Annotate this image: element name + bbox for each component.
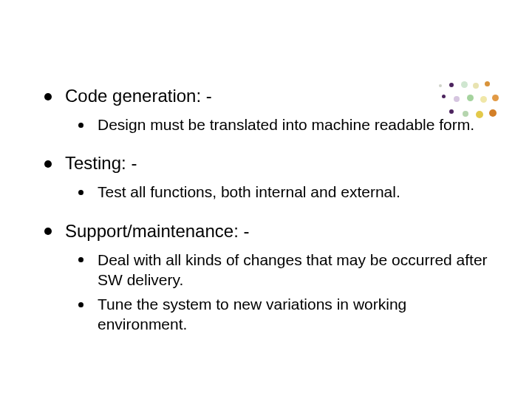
sub-list: Deal with all kinds of changes that may …	[65, 250, 495, 335]
sub-item-text: Design must be translated into machine r…	[98, 116, 474, 133]
item-heading: Testing: -	[65, 153, 137, 173]
sub-item: Design must be translated into machine r…	[78, 115, 495, 134]
sub-item: Deal with all kinds of changes that may …	[78, 250, 495, 290]
sub-item: Test all functions, both internal and ex…	[78, 182, 495, 202]
sub-list: Test all functions, both internal and ex…	[65, 182, 495, 202]
list-item: Testing: - Test all functions, both inte…	[44, 152, 495, 202]
item-heading: Support/maintenance: -	[65, 221, 249, 241]
sub-item-text: Tune the system to new variations in wor…	[98, 296, 406, 332]
sub-item-text: Deal with all kinds of changes that may …	[98, 251, 488, 288]
list-item: Support/maintenance: - Deal with all kin…	[44, 220, 495, 335]
sub-item: Tune the system to new variations in wor…	[78, 294, 495, 335]
sub-item-text: Test all functions, both internal and ex…	[98, 183, 400, 200]
sub-list: Design must be translated into machine r…	[65, 115, 495, 134]
list-item: Code generation: - Design must be transl…	[44, 85, 495, 134]
item-heading: Code generation: -	[65, 86, 212, 106]
slide: Code generation: - Design must be transl…	[0, 0, 532, 399]
bullet-list: Code generation: - Design must be transl…	[44, 85, 495, 335]
